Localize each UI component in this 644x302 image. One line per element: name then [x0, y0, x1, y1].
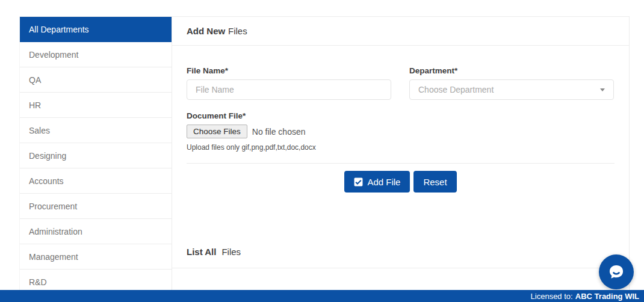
department-select-placeholder: Choose Department: [418, 85, 494, 94]
department-sidebar: All Departments Development QA HR Sales …: [19, 16, 172, 290]
checkbox-check-icon: [354, 177, 363, 186]
add-file-button[interactable]: Add File: [344, 171, 410, 193]
reset-button[interactable]: Reset: [413, 171, 456, 193]
sidebar-item-hr[interactable]: HR: [20, 93, 172, 118]
sidebar-item-rd[interactable]: R&D: [20, 270, 172, 290]
chevron-down-icon: [600, 88, 605, 91]
add-files-title-bold: Add New: [187, 26, 225, 36]
file-input-row: Choose Files No file chosen: [187, 125, 615, 138]
files-panel: Add New Files File Name* Department* Cho…: [172, 16, 630, 290]
upload-hint: Upload files only gif,png,pdf,txt,doc,do…: [187, 143, 615, 152]
department-select[interactable]: Choose Department: [409, 79, 614, 100]
sidebar-item-development[interactable]: Development: [20, 42, 172, 67]
sidebar-item-sales[interactable]: Sales: [20, 118, 172, 143]
document-file-label: Document File*: [187, 111, 615, 120]
list-files-title-rest: Files: [221, 247, 241, 257]
department-field-group: Department* Choose Department: [409, 66, 614, 100]
add-file-button-label: Add File: [367, 177, 400, 187]
license-prefix: Licensed to:: [531, 292, 573, 301]
form-row: File Name* Department* Choose Department: [187, 66, 615, 100]
list-files-header: List All Files: [172, 247, 629, 268]
chat-widget-button[interactable]: [599, 254, 634, 289]
sidebar-item-all-departments[interactable]: All Departments: [20, 17, 172, 42]
sidebar-item-administration[interactable]: Administration: [20, 219, 172, 244]
add-files-form: File Name* Department* Choose Department…: [172, 46, 629, 268]
list-files-title-bold: List All: [187, 247, 216, 257]
choose-files-button[interactable]: Choose Files: [187, 125, 247, 138]
file-name-field-group: File Name*: [187, 66, 391, 100]
file-name-input[interactable]: [187, 79, 391, 100]
add-files-title-rest: Files: [228, 26, 247, 36]
license-footer: Licensed to: ABC Trading WIL: [0, 290, 644, 302]
page: All Departments Development QA HR Sales …: [0, 0, 644, 302]
file-name-label: File Name*: [187, 66, 391, 75]
chat-bubble-icon: [607, 262, 626, 282]
file-chosen-status: No file chosen: [252, 127, 306, 137]
license-company: ABC Trading WIL: [575, 292, 639, 301]
form-divider: [187, 163, 615, 164]
sidebar-item-designing[interactable]: Designing: [20, 143, 172, 168]
document-file-field-group: Document File* Choose Files No file chos…: [187, 111, 615, 152]
sidebar-item-qa[interactable]: QA: [20, 67, 172, 93]
add-files-header: Add New Files: [172, 17, 629, 46]
sidebar-item-procurement[interactable]: Procurement: [20, 194, 172, 219]
form-actions: Add File Reset: [187, 171, 615, 193]
sidebar-item-management[interactable]: Management: [20, 244, 172, 270]
sidebar-item-accounts[interactable]: Accounts: [20, 168, 172, 194]
department-label: Department*: [409, 66, 614, 75]
